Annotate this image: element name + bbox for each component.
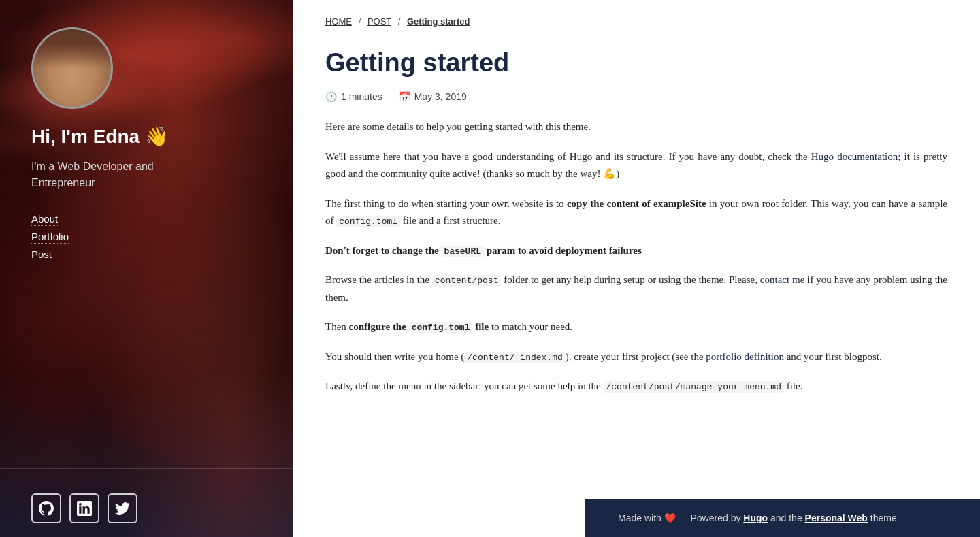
hugo-docs-link[interactable]: Hugo documentation <box>811 151 898 162</box>
breadcrumb-sep1: / <box>359 16 361 27</box>
sidebar-nav: About Portfolio Post <box>31 213 261 261</box>
footer-hugo-link[interactable]: Hugo <box>743 512 768 523</box>
post-para-3: Don't forget to change the baseURL param… <box>325 242 947 260</box>
main-content: HOME / POST / Getting started Getting st… <box>293 0 980 499</box>
read-time-meta: 🕐 1 minutes <box>325 91 382 102</box>
sidebar-nav-link-portfolio[interactable]: Portfolio <box>31 231 69 244</box>
sidebar-nav-item-about[interactable]: About <box>31 213 261 225</box>
github-svg <box>39 501 54 516</box>
footer-and-the: and the <box>770 512 802 523</box>
copy-content-strong: copy the content of exampleSite <box>567 198 706 209</box>
sidebar-greeting: Hi, I'm Edna 👋 <box>31 125 261 148</box>
sidebar-divider <box>0 468 293 469</box>
post-para-5: Then configure the config.toml file to m… <box>325 319 947 336</box>
post-para-2: The first thing to do when starting your… <box>325 195 947 230</box>
github-icon[interactable] <box>31 493 61 523</box>
footer-theme-link[interactable]: Personal Web <box>805 512 868 523</box>
post-para-1: We'll assume here that you have a good u… <box>325 148 947 183</box>
post-para-4: Browse the articles in the content/post … <box>325 272 947 306</box>
manage-menu-code: /content/post/manage-your-menu.md <box>604 381 784 393</box>
read-time-value: 1 minutes <box>341 91 382 102</box>
sidebar-nav-item-post[interactable]: Post <box>31 248 261 261</box>
post-body: Here are some details to help you gettin… <box>325 118 947 395</box>
date-meta: 📅 May 3, 2019 <box>399 91 467 102</box>
sidebar-nav-link-post[interactable]: Post <box>31 248 52 261</box>
breadcrumb: HOME / POST / Getting started <box>325 16 947 27</box>
avatar <box>31 27 113 109</box>
footer-heart: ❤️ <box>664 512 676 523</box>
contact-me-link[interactable]: contact me <box>760 274 805 285</box>
config-toml-code-1: config.toml <box>336 216 400 227</box>
linkedin-icon[interactable] <box>69 493 99 523</box>
post-para-6: You should then write you home (/content… <box>325 348 947 366</box>
twitter-svg <box>115 501 130 516</box>
footer-powered-pre: — Powered by <box>679 512 741 523</box>
sidebar-nav-item-portfolio[interactable]: Portfolio <box>31 231 261 243</box>
config-toml-code-2: config.toml <box>409 322 473 333</box>
breadcrumb-post[interactable]: POST <box>368 16 391 27</box>
post-para-7: Lastly, define the menu in the sidebar: … <box>325 378 947 395</box>
twitter-icon[interactable] <box>108 493 137 523</box>
sidebar: Hi, I'm Edna 👋 I'm a Web Developer andEn… <box>0 0 293 537</box>
baseurl-code: baseURL <box>441 246 484 257</box>
configure-strong: configure the config.toml file <box>349 321 489 332</box>
page-footer: Made with ❤️ — Powered by Hugo and the P… <box>585 499 980 537</box>
breadcrumb-sep2: / <box>398 16 401 27</box>
sidebar-social <box>0 483 293 537</box>
content-index-code: /content/_index.md <box>464 352 565 363</box>
portfolio-definition-link[interactable]: portfolio definition <box>706 351 784 362</box>
post-title: Getting started <box>325 48 947 78</box>
breadcrumb-home[interactable]: HOME <box>325 16 352 27</box>
linkedin-svg <box>77 501 92 516</box>
post-meta: 🕐 1 minutes 📅 May 3, 2019 <box>325 91 947 102</box>
post-intro: Here are some details to help you gettin… <box>325 118 947 136</box>
sidebar-nav-link-about[interactable]: About <box>31 213 58 226</box>
content-post-code: content/post <box>432 275 502 287</box>
sidebar-tagline: I'm a Web Developer andEntrepreneur <box>31 159 261 191</box>
footer-made-with: Made with <box>618 512 662 523</box>
calendar-icon: 📅 <box>399 91 410 102</box>
post-date: May 3, 2019 <box>414 91 467 102</box>
clock-icon: 🕐 <box>325 91 337 102</box>
breadcrumb-current: Getting started <box>407 16 470 27</box>
footer-theme-post: theme. <box>870 512 900 523</box>
dont-forget-strong: Don't forget to change the baseURL param… <box>325 245 642 256</box>
